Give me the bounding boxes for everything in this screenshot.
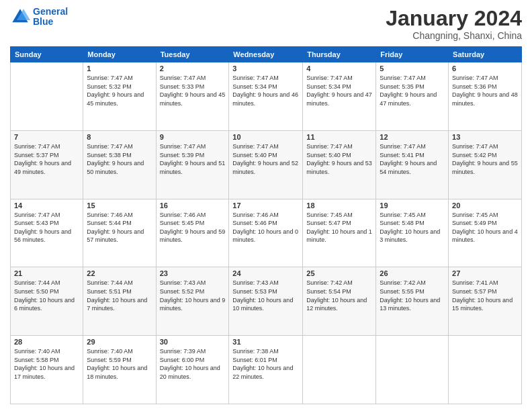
calendar-col-monday: Monday (83, 47, 156, 62)
subtitle: Changning, Shanxi, China (386, 30, 522, 41)
day-info: Sunrise: 7:44 AMSunset: 5:51 PMDaylight:… (87, 279, 152, 312)
calendar-cell: 25Sunrise: 7:42 AMSunset: 5:54 PMDayligh… (303, 267, 376, 336)
day-number: 21 (14, 269, 79, 277)
day-info: Sunrise: 7:45 AMSunset: 5:49 PMDaylight:… (452, 211, 518, 244)
day-number: 2 (160, 64, 226, 73)
header: General Blue January 2024 Changning, Sha… (10, 7, 522, 41)
day-info: Sunrise: 7:42 AMSunset: 5:54 PMDaylight:… (306, 279, 372, 312)
day-number: 6 (452, 64, 518, 73)
calendar-cell (11, 62, 83, 131)
day-info: Sunrise: 7:38 AMSunset: 6:01 PMDaylight:… (232, 347, 299, 381)
day-info: Sunrise: 7:47 AMSunset: 5:37 PMDaylight:… (14, 142, 79, 176)
calendar-cell: 8Sunrise: 7:47 AMSunset: 5:38 PMDaylight… (83, 130, 156, 199)
day-number: 8 (87, 133, 152, 141)
calendar-cell: 27Sunrise: 7:41 AMSunset: 5:57 PMDayligh… (449, 267, 522, 336)
day-number: 14 (14, 201, 79, 210)
day-number: 27 (452, 269, 518, 277)
day-number: 15 (87, 201, 152, 210)
day-info: Sunrise: 7:47 AMSunset: 5:36 PMDaylight:… (452, 74, 518, 107)
day-number: 7 (14, 133, 79, 141)
calendar-cell: 9Sunrise: 7:47 AMSunset: 5:39 PMDaylight… (156, 130, 229, 199)
calendar-cell: 23Sunrise: 7:43 AMSunset: 5:52 PMDayligh… (156, 267, 229, 336)
calendar-cell: 7Sunrise: 7:47 AMSunset: 5:37 PMDaylight… (11, 130, 83, 199)
day-info: Sunrise: 7:47 AMSunset: 5:33 PMDaylight:… (160, 74, 226, 107)
day-info: Sunrise: 7:40 AMSunset: 5:58 PMDaylight:… (14, 347, 79, 381)
calendar-cell (449, 336, 522, 404)
day-info: Sunrise: 7:47 AMSunset: 5:43 PMDaylight:… (14, 211, 79, 244)
calendar-cell: 31Sunrise: 7:38 AMSunset: 6:01 PMDayligh… (229, 336, 303, 404)
day-info: Sunrise: 7:43 AMSunset: 5:53 PMDaylight:… (232, 279, 299, 312)
calendar-week-4: 21Sunrise: 7:44 AMSunset: 5:50 PMDayligh… (11, 267, 522, 336)
day-number: 18 (306, 201, 372, 210)
calendar-cell: 15Sunrise: 7:46 AMSunset: 5:44 PMDayligh… (83, 199, 156, 267)
day-number: 31 (232, 338, 299, 346)
calendar-cell: 24Sunrise: 7:43 AMSunset: 5:53 PMDayligh… (229, 267, 303, 336)
calendar-cell: 21Sunrise: 7:44 AMSunset: 5:50 PMDayligh… (11, 267, 83, 336)
day-info: Sunrise: 7:47 AMSunset: 5:32 PMDaylight:… (87, 74, 152, 107)
calendar-cell: 5Sunrise: 7:47 AMSunset: 5:35 PMDaylight… (376, 62, 449, 131)
calendar-cell: 1Sunrise: 7:47 AMSunset: 5:32 PMDaylight… (83, 62, 156, 131)
calendar-col-friday: Friday (376, 47, 449, 62)
day-number: 28 (14, 338, 79, 346)
calendar-cell: 16Sunrise: 7:46 AMSunset: 5:45 PMDayligh… (156, 199, 229, 267)
calendar-week-5: 28Sunrise: 7:40 AMSunset: 5:58 PMDayligh… (11, 336, 522, 404)
calendar-cell: 29Sunrise: 7:40 AMSunset: 5:59 PMDayligh… (83, 336, 156, 404)
day-number: 26 (380, 269, 445, 277)
calendar-week-1: 1Sunrise: 7:47 AMSunset: 5:32 PMDaylight… (11, 62, 522, 131)
calendar-header-row: SundayMondayTuesdayWednesdayThursdayFrid… (11, 47, 522, 62)
calendar-cell: 4Sunrise: 7:47 AMSunset: 5:34 PMDaylight… (303, 62, 376, 131)
calendar-col-saturday: Saturday (449, 47, 522, 62)
day-info: Sunrise: 7:47 AMSunset: 5:35 PMDaylight:… (380, 74, 445, 107)
day-info: Sunrise: 7:47 AMSunset: 5:38 PMDaylight:… (87, 142, 152, 176)
day-number: 25 (306, 269, 372, 277)
calendar-cell: 22Sunrise: 7:44 AMSunset: 5:51 PMDayligh… (83, 267, 156, 336)
day-number: 19 (380, 201, 445, 210)
day-number: 4 (306, 64, 372, 73)
day-number: 23 (160, 269, 226, 277)
calendar-cell: 17Sunrise: 7:46 AMSunset: 5:46 PMDayligh… (229, 199, 303, 267)
calendar-cell: 20Sunrise: 7:45 AMSunset: 5:49 PMDayligh… (449, 199, 522, 267)
day-info: Sunrise: 7:47 AMSunset: 5:34 PMDaylight:… (232, 74, 299, 107)
calendar-week-2: 7Sunrise: 7:47 AMSunset: 5:37 PMDaylight… (11, 130, 522, 199)
calendar-cell: 14Sunrise: 7:47 AMSunset: 5:43 PMDayligh… (11, 199, 83, 267)
day-info: Sunrise: 7:47 AMSunset: 5:34 PMDaylight:… (306, 74, 372, 107)
day-number: 5 (380, 64, 445, 73)
calendar-cell: 2Sunrise: 7:47 AMSunset: 5:33 PMDaylight… (156, 62, 229, 131)
title-area: January 2024 Changning, Shanxi, China (386, 7, 522, 41)
day-info: Sunrise: 7:46 AMSunset: 5:46 PMDaylight:… (232, 211, 299, 244)
day-number: 22 (87, 269, 152, 277)
calendar-cell: 13Sunrise: 7:47 AMSunset: 5:42 PMDayligh… (449, 130, 522, 199)
calendar-cell: 6Sunrise: 7:47 AMSunset: 5:36 PMDaylight… (449, 62, 522, 131)
calendar-cell (376, 336, 449, 404)
calendar-table: SundayMondayTuesdayWednesdayThursdayFrid… (10, 46, 522, 404)
logo-text: General Blue (33, 7, 68, 28)
calendar-col-sunday: Sunday (11, 47, 83, 62)
day-number: 30 (160, 338, 226, 346)
day-info: Sunrise: 7:47 AMSunset: 5:42 PMDaylight:… (452, 142, 518, 176)
page: General Blue January 2024 Changning, Sha… (0, 0, 532, 411)
day-number: 13 (452, 133, 518, 141)
day-number: 20 (452, 201, 518, 210)
calendar-cell: 12Sunrise: 7:47 AMSunset: 5:41 PMDayligh… (376, 130, 449, 199)
day-info: Sunrise: 7:42 AMSunset: 5:55 PMDaylight:… (380, 279, 445, 312)
day-number: 1 (87, 64, 152, 73)
day-number: 24 (232, 269, 299, 277)
calendar-cell: 19Sunrise: 7:45 AMSunset: 5:48 PMDayligh… (376, 199, 449, 267)
day-number: 12 (380, 133, 445, 141)
day-info: Sunrise: 7:47 AMSunset: 5:39 PMDaylight:… (160, 142, 226, 176)
calendar-cell: 10Sunrise: 7:47 AMSunset: 5:40 PMDayligh… (229, 130, 303, 199)
day-info: Sunrise: 7:44 AMSunset: 5:50 PMDaylight:… (14, 279, 79, 312)
calendar-col-tuesday: Tuesday (156, 47, 229, 62)
calendar-cell: 30Sunrise: 7:39 AMSunset: 6:00 PMDayligh… (156, 336, 229, 404)
calendar-col-wednesday: Wednesday (229, 47, 303, 62)
calendar-week-3: 14Sunrise: 7:47 AMSunset: 5:43 PMDayligh… (11, 199, 522, 267)
day-info: Sunrise: 7:45 AMSunset: 5:47 PMDaylight:… (306, 211, 372, 244)
day-number: 16 (160, 201, 226, 210)
day-info: Sunrise: 7:39 AMSunset: 6:00 PMDaylight:… (160, 347, 226, 381)
day-info: Sunrise: 7:46 AMSunset: 5:44 PMDaylight:… (87, 211, 152, 244)
day-info: Sunrise: 7:46 AMSunset: 5:45 PMDaylight:… (160, 211, 226, 244)
day-number: 17 (232, 201, 299, 210)
calendar-cell: 26Sunrise: 7:42 AMSunset: 5:55 PMDayligh… (376, 267, 449, 336)
day-info: Sunrise: 7:43 AMSunset: 5:52 PMDaylight:… (160, 279, 226, 312)
calendar-cell (303, 336, 376, 404)
